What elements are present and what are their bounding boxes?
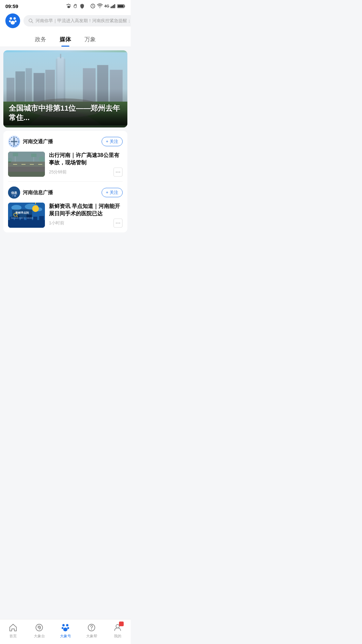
search-icon <box>28 18 34 23</box>
tab-zhengwu[interactable]: 政务 <box>35 36 46 47</box>
svg-text:新鲜早点到: 新鲜早点到 <box>15 211 29 214</box>
svg-point-16 <box>11 21 15 24</box>
bottom-spacer <box>0 232 131 259</box>
media-header-2: 信息 广播 河南信息广播 + 关注 <box>8 186 123 199</box>
news-title-traffic: 出行河南｜许广高速38公里有事故，现场管制 <box>49 152 123 167</box>
svg-rect-51 <box>8 152 45 162</box>
svg-point-54 <box>118 172 119 173</box>
svg-rect-6 <box>111 7 112 8</box>
header: 河南你早｜甲流进入高发期！河南疾控紧急提醒；... <box>0 11 131 32</box>
network-type: 4G <box>104 4 109 8</box>
timer-icon <box>90 3 96 9</box>
news-thumb-traffic <box>8 152 45 177</box>
avatar-radio[interactable]: 信息 广播 <box>8 186 20 199</box>
svg-point-3 <box>70 6 71 7</box>
svg-point-53 <box>116 172 117 173</box>
svg-rect-70 <box>33 217 37 221</box>
svg-rect-11 <box>118 5 124 7</box>
news-item-traffic[interactable]: 出行河南｜许广高速38公里有事故，现场管制 25分钟前 <box>8 152 123 181</box>
search-placeholder: 河南你早｜甲流进入高发期！河南疾控紧急提醒；... <box>36 18 131 24</box>
news-thumb-radio: 新鲜早点到 FM105.6 FM97.5 7:00-8:00 <box>8 203 45 228</box>
svg-point-79 <box>118 223 119 224</box>
svg-rect-36 <box>11 141 17 142</box>
svg-point-2 <box>69 4 70 5</box>
hero-banner[interactable]: 全国城市中排第11位——郑州去年常住... <box>3 50 127 127</box>
wifi-icon <box>97 3 103 9</box>
battery-icon <box>117 4 125 8</box>
svg-point-15 <box>15 20 17 22</box>
svg-point-13 <box>13 17 16 20</box>
svg-text:FM105.6  FM97.5  7:00-8:00: FM105.6 FM97.5 7:00-8:00 <box>11 217 34 219</box>
svg-rect-42 <box>21 164 25 165</box>
svg-rect-41 <box>13 164 17 165</box>
svg-point-78 <box>116 223 117 224</box>
paw-status-icon <box>66 3 71 9</box>
status-time: 09:59 <box>5 3 18 9</box>
tab-navigation: 政务 媒体 万象 <box>0 32 131 47</box>
hero-title: 全国城市中排第11位——郑州去年常住... <box>9 104 122 123</box>
news-meta-radio: 1小时前 <box>49 218 123 228</box>
svg-rect-43 <box>30 164 34 165</box>
news-item-radio[interactable]: 新鲜早点到 FM105.6 FM97.5 7:00-8:00 新鲜资讯 早点知道… <box>8 203 123 232</box>
svg-point-55 <box>119 172 120 173</box>
news-time-traffic: 25分钟前 <box>49 169 67 175</box>
tab-wanxiang[interactable]: 万象 <box>84 36 96 47</box>
news-time-radio: 1小时前 <box>49 220 64 226</box>
news-content-traffic: 出行河南｜许广高速38公里有事故，现场管制 25分钟前 <box>49 152 123 177</box>
status-bar: 09:59 4G <box>0 0 131 11</box>
hero-overlay: 全国城市中排第11位——郑州去年常住... <box>3 98 127 127</box>
signal-icon <box>111 4 116 8</box>
svg-rect-8 <box>113 5 114 8</box>
media-card-1: 河南交通广播 + 关注 <box>3 131 127 181</box>
media-header-1: 河南交通广播 + 关注 <box>8 136 123 148</box>
svg-text:广播: 广播 <box>12 195 16 197</box>
hand-status-icon <box>73 3 78 9</box>
media-name-radio: 河南信息广播 <box>23 190 53 196</box>
more-icon-radio[interactable] <box>113 218 123 228</box>
svg-point-80 <box>119 223 120 224</box>
svg-point-14 <box>9 20 11 22</box>
news-content-radio: 新鲜资讯 早点知道｜河南能开展日间手术的医院已达 1小时前 <box>49 203 123 228</box>
svg-point-63 <box>32 205 39 212</box>
news-meta-traffic: 25分钟前 <box>49 167 123 177</box>
svg-rect-40 <box>8 167 45 172</box>
svg-rect-44 <box>38 164 42 165</box>
svg-line-18 <box>32 22 33 23</box>
logo-icon <box>8 16 17 25</box>
avatar-traffic[interactable] <box>8 136 20 148</box>
svg-point-0 <box>67 4 68 5</box>
more-icon-traffic[interactable] <box>113 167 123 177</box>
tab-meiti[interactable]: 媒体 <box>60 36 71 47</box>
svg-rect-9 <box>114 4 115 8</box>
svg-point-4 <box>67 6 70 8</box>
media-card-2: 信息 广播 河南信息广播 + 关注 <box>3 182 127 232</box>
feed-container: 河南交通广播 + 关注 <box>3 131 127 232</box>
app-logo[interactable] <box>5 13 20 28</box>
follow-btn-traffic[interactable]: + 关注 <box>102 137 123 146</box>
shield-status-icon <box>79 3 85 9</box>
svg-rect-71 <box>39 216 44 221</box>
svg-point-12 <box>10 17 12 20</box>
media-info-2: 信息 广播 河南信息广播 <box>8 186 53 199</box>
svg-text:信息: 信息 <box>11 191 17 195</box>
status-icons: 4G <box>66 3 125 9</box>
follow-btn-radio[interactable]: + 关注 <box>102 188 123 197</box>
media-info-1: 河南交通广播 <box>8 136 53 148</box>
media-name-traffic: 河南交通广播 <box>23 139 53 145</box>
news-title-radio: 新鲜资讯 早点知道｜河南能开展日间手术的医院已达 <box>49 203 123 218</box>
svg-rect-7 <box>112 6 113 8</box>
search-bar[interactable]: 河南你早｜甲流进入高发期！河南疾控紧急提醒；... <box>23 15 131 26</box>
svg-point-17 <box>29 19 32 22</box>
svg-point-1 <box>68 4 69 5</box>
